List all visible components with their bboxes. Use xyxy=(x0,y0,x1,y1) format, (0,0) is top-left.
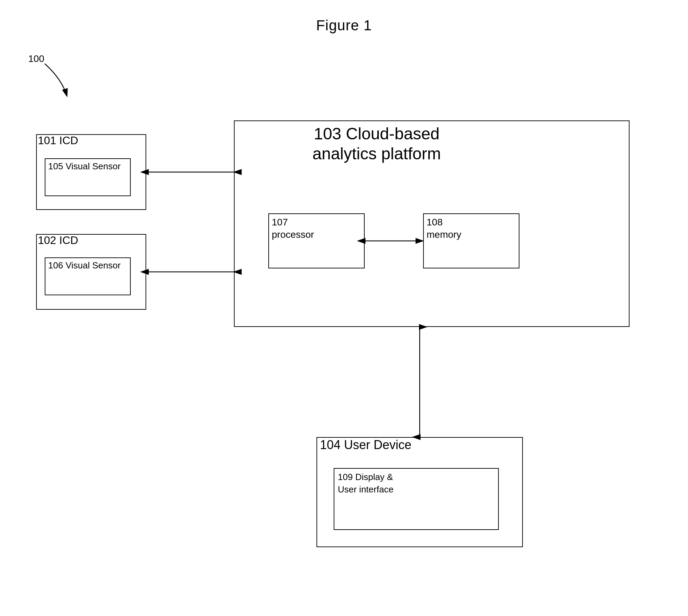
cloud-name-line1: 103 Cloud-based xyxy=(299,124,454,144)
label-sensor2: 106 Visual Sensor xyxy=(48,260,121,271)
processor-name: processor xyxy=(272,229,314,241)
label-user-device: 104 User Device xyxy=(320,438,411,452)
label-display: 109 Display & User interface xyxy=(338,471,394,496)
label-memory: 108 memory xyxy=(427,216,461,241)
sensor2-number: 106 xyxy=(48,260,63,270)
label-processor: 107 processor xyxy=(272,216,314,241)
sensor1-number: 105 xyxy=(48,161,63,171)
icd1-name: ICD xyxy=(59,134,78,147)
label-cloud: 103 Cloud-based analytics platform xyxy=(299,124,454,163)
user-device-name: User Device xyxy=(344,438,411,452)
display-number: 109 xyxy=(338,472,353,482)
label-icd1: 101 ICD xyxy=(38,134,78,147)
label-icd2: 102 ICD xyxy=(38,234,78,247)
processor-number: 107 xyxy=(272,216,314,229)
user-device-number: 104 xyxy=(320,438,341,452)
display-number-name: 109 Display & xyxy=(338,471,394,483)
memory-name: memory xyxy=(427,229,461,241)
sensor2-name: Visual Sensor xyxy=(66,260,121,270)
sensor1-name: Visual Sensor xyxy=(66,161,121,171)
icd2-number: 102 xyxy=(38,234,56,246)
display-name2: User interface xyxy=(338,483,394,496)
label-sensor1: 105 Visual Sensor xyxy=(48,161,121,172)
display-name: Display & xyxy=(355,472,393,482)
cloud-name-line2: analytics platform xyxy=(299,144,454,164)
system-number-text: 100 xyxy=(28,53,44,64)
icd1-number: 101 xyxy=(38,134,56,147)
icd2-name: ICD xyxy=(59,234,78,246)
memory-number: 108 xyxy=(427,216,461,229)
figure-title: Figure 1 xyxy=(0,0,688,34)
label-100: 100 xyxy=(28,53,44,64)
